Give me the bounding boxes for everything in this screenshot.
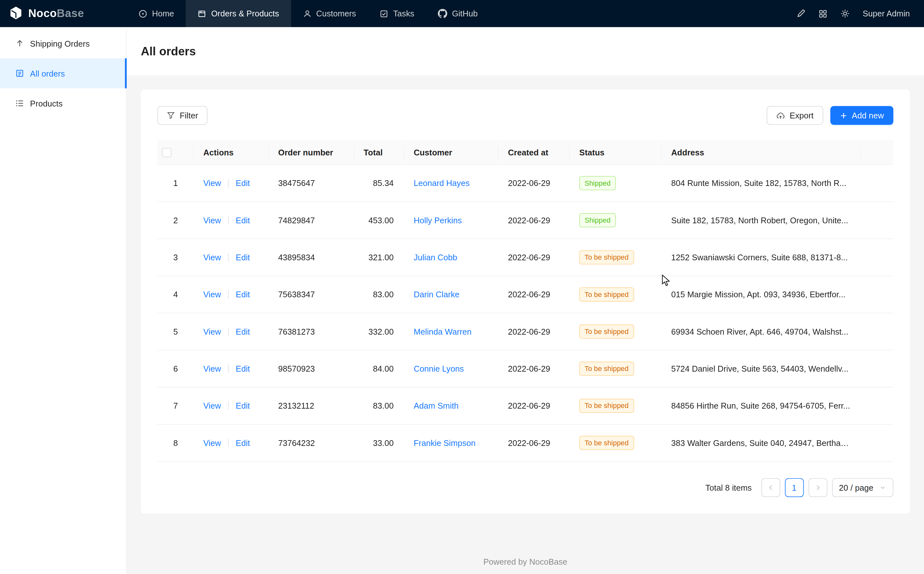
address-cell: 5724 Daniel Drive, Suite 563, 54403, Wen… [662, 350, 861, 387]
edit-link[interactable]: Edit [236, 364, 250, 374]
edit-link[interactable]: Edit [236, 438, 250, 448]
row-index: 7 [158, 387, 194, 424]
page-size-select[interactable]: 20 / page [832, 478, 893, 497]
actions-cell: ViewEdit [194, 350, 269, 387]
total-cell: 83.00 [354, 387, 404, 424]
nav-item-tasks[interactable]: Tasks [368, 0, 426, 27]
table-header-row: Actions Order number Total Customer Crea… [158, 140, 893, 165]
customer-link[interactable]: Melinda Warren [414, 327, 472, 336]
pagination-page-1[interactable]: 1 [785, 478, 804, 497]
arrow-up-icon [16, 39, 24, 47]
table-row: 1 ViewEdit 38475647 85.34 Leonard Hayes … [158, 165, 893, 202]
actions-cell: ViewEdit [194, 424, 269, 461]
github-icon [438, 9, 447, 18]
action-divider [228, 402, 229, 410]
order-number-cell: 73764232 [269, 424, 354, 461]
status-badge: Shipped [579, 176, 616, 191]
spacer-cell [861, 424, 893, 461]
pagination-prev-button[interactable] [761, 478, 780, 497]
nav-item-orders-products[interactable]: Orders & Products [186, 0, 291, 27]
view-link[interactable]: View [203, 438, 221, 448]
view-link[interactable]: View [203, 327, 221, 336]
row-index: 3 [158, 239, 194, 276]
nav-label: GitHub [452, 9, 478, 18]
orders-card: Filter Export Add new [141, 90, 910, 514]
table-row: 6 ViewEdit 98570923 84.00 Connie Lyons 2… [158, 350, 893, 387]
export-cloud-icon [776, 111, 785, 120]
sidebar-item-label: All orders [30, 69, 65, 78]
created-at-cell: 2022-06-29 [499, 202, 570, 239]
created-at-cell: 2022-06-29 [499, 424, 570, 461]
sidebar-item-products[interactable]: Products [0, 88, 126, 118]
add-new-button[interactable]: Add new [830, 106, 893, 125]
customer-cell: Darin Clarke [404, 276, 499, 313]
orders-table-body: 1 ViewEdit 38475647 85.34 Leonard Hayes … [158, 165, 893, 462]
sidebar: Shipping Orders All orders Products [0, 27, 127, 574]
address-cell: 804 Runte Mission, Suite 182, 15783, Nor… [662, 165, 861, 202]
address-cell: 84856 Hirthe Run, Suite 268, 94754-6705,… [662, 387, 861, 424]
table-row: 3 ViewEdit 43895834 321.00 Julian Cobb 2… [158, 239, 893, 276]
edit-link[interactable]: Edit [236, 290, 250, 299]
current-user[interactable]: Super Admin [862, 9, 910, 18]
spacer-cell [861, 239, 893, 276]
sidebar-item-all-orders[interactable]: All orders [0, 58, 126, 88]
order-number-cell: 38475647 [269, 165, 354, 202]
address-cell: Suite 182, 15783, North Robert, Oregon, … [662, 202, 861, 239]
pagination-next-button[interactable] [809, 478, 828, 497]
nav-item-github[interactable]: GitHub [426, 0, 490, 27]
view-link[interactable]: View [203, 401, 221, 410]
topbar: NocoBase Home Orders & Products Customer… [0, 0, 924, 27]
view-link[interactable]: View [203, 290, 221, 299]
filter-button-label: Filter [180, 111, 198, 120]
spacer-cell [861, 165, 893, 202]
status-cell: Shipped [570, 202, 662, 239]
status-badge: To be shipped [579, 250, 634, 265]
total-cell: 332.00 [354, 313, 404, 350]
edit-link[interactable]: Edit [236, 327, 250, 336]
total-cell: 84.00 [354, 350, 404, 387]
select-all-checkbox[interactable] [162, 148, 171, 157]
nav-item-home[interactable]: Home [127, 0, 186, 27]
view-link[interactable]: View [203, 253, 221, 262]
customer-link[interactable]: Leonard Hayes [414, 178, 470, 188]
spacer-cell [861, 387, 893, 424]
customer-link[interactable]: Adam Smith [414, 401, 459, 410]
view-link[interactable]: View [203, 216, 221, 225]
plugins-grid-icon[interactable] [818, 9, 827, 18]
customer-link[interactable]: Darin Clarke [414, 290, 460, 299]
edit-link[interactable]: Edit [236, 216, 250, 225]
customer-cell: Melinda Warren [404, 313, 499, 350]
customer-link[interactable]: Frankie Simpson [414, 438, 475, 448]
edit-link[interactable]: Edit [236, 253, 250, 262]
status-cell: Shipped [570, 165, 662, 202]
customer-link[interactable]: Holly Perkins [414, 216, 462, 225]
export-button[interactable]: Export [766, 106, 823, 125]
toolbar-right: Export Add new [766, 106, 893, 125]
created-at-cell: 2022-06-29 [499, 165, 570, 202]
sidebar-item-shipping-orders[interactable]: Shipping Orders [0, 28, 126, 58]
customer-link[interactable]: Connie Lyons [414, 364, 464, 374]
row-index: 6 [158, 350, 194, 387]
settings-gear-icon[interactable] [840, 9, 850, 18]
total-cell: 83.00 [354, 276, 404, 313]
created-at-cell: 2022-06-29 [499, 276, 570, 313]
edit-link[interactable]: Edit [236, 178, 250, 188]
view-link[interactable]: View [203, 178, 221, 188]
customer-link[interactable]: Julian Cobb [414, 253, 457, 262]
content: Filter Export Add new [127, 75, 924, 574]
nav-label: Tasks [393, 9, 414, 18]
status-cell: To be shipped [570, 387, 662, 424]
filter-button[interactable]: Filter [158, 106, 208, 125]
nocobase-logo[interactable]: NocoBase [0, 0, 127, 27]
export-button-label: Export [790, 111, 813, 120]
row-index: 5 [158, 313, 194, 350]
actions-cell: ViewEdit [194, 165, 269, 202]
actions-cell: ViewEdit [194, 313, 269, 350]
ui-editor-pen-icon[interactable] [796, 9, 806, 18]
nav-label: Customers [316, 9, 356, 18]
view-link[interactable]: View [203, 364, 221, 374]
edit-link[interactable]: Edit [236, 401, 250, 410]
address-cell: 69934 Schoen River, Apt. 646, 49704, Wal… [662, 313, 861, 350]
status-badge: To be shipped [579, 362, 634, 376]
nav-item-customers[interactable]: Customers [291, 0, 368, 27]
